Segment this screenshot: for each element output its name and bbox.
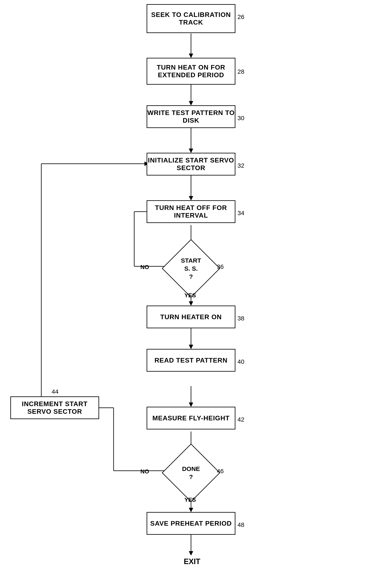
turn-heat-on-ref: 28	[237, 68, 244, 75]
write-test-box: WRITE TEST PATTERN TO DISK	[147, 105, 235, 128]
turn-heater-on-ref: 38	[237, 315, 244, 322]
turn-heat-off-ref: 34	[237, 210, 244, 217]
measure-fly-ref: 42	[237, 416, 244, 423]
measure-fly-box: MEASURE FLY-HEIGHT	[147, 407, 235, 429]
exit-node: EXIT	[178, 555, 207, 568]
init-servo-box: INITIALIZE START SERVO SECTOR	[147, 153, 235, 175]
start-ss-diamond: START S. S. ?	[168, 246, 214, 291]
turn-heat-off-box: TURN HEAT OFF FOR INTERVAL	[147, 200, 235, 223]
done-ref: 46	[217, 468, 224, 475]
svg-marker-7	[189, 196, 193, 200]
init-servo-ref: 32	[237, 162, 244, 169]
done-no-label: NO	[140, 468, 149, 475]
svg-marker-13	[189, 345, 193, 349]
turn-heat-on-box: TURN HEAT ON FOR EXTENDED PERIOD	[147, 58, 235, 85]
start-ss-ref: 36	[217, 263, 224, 270]
seek-box: SEEK TO CALIBRATION TRACK	[147, 4, 235, 33]
start-ss-no-label: NO	[140, 264, 149, 271]
seek-ref: 26	[237, 13, 244, 21]
start-ss-text: START S. S. ?	[181, 256, 201, 281]
svg-marker-11	[189, 301, 193, 306]
save-preheat-box: SAVE PREHEAT PERIOD	[147, 512, 235, 535]
svg-marker-1	[189, 54, 193, 58]
done-text: DONE ?	[182, 465, 200, 481]
flowchart: SEEK TO CALIBRATION TRACK 26 TURN HEAT O…	[0, 0, 382, 588]
svg-marker-5	[189, 149, 193, 153]
svg-marker-21	[189, 551, 193, 555]
start-ss-yes-label: YES	[184, 292, 196, 299]
write-test-ref: 30	[237, 115, 244, 122]
done-diamond: DONE ?	[168, 450, 214, 496]
svg-marker-3	[189, 101, 193, 105]
increment-ref: 44	[52, 388, 58, 395]
svg-marker-15	[189, 403, 193, 407]
turn-heater-on-box: TURN HEATER ON	[147, 306, 235, 328]
save-preheat-ref: 48	[237, 521, 244, 528]
read-test-box: READ TEST PATTERN	[147, 349, 235, 372]
increment-box: INCREMENT START SERVO SECTOR	[10, 396, 99, 419]
svg-marker-19	[189, 508, 193, 512]
done-yes-label: YES	[184, 497, 196, 503]
read-test-ref: 40	[237, 358, 244, 365]
